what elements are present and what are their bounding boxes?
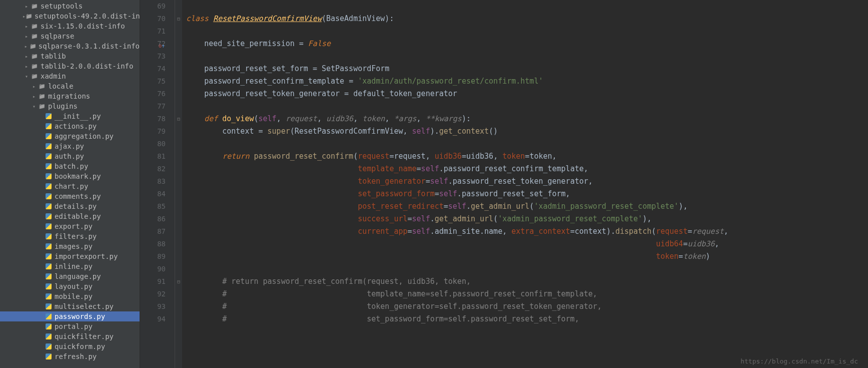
tree-file-export.py[interactable]: export.py (0, 221, 140, 231)
tree-folder-xadmin[interactable]: xadmin (0, 71, 140, 81)
tree-folder-setuptools-49.2.0.dist-info[interactable]: setuptools-49.2.0.dist-info (0, 11, 140, 21)
line-number[interactable]: 79 (140, 125, 166, 138)
code-line[interactable]: success_url=self.get_admin_url('xadmin_p… (186, 213, 868, 225)
line-number[interactable]: 70 (140, 13, 166, 25)
line-number[interactable]: 77 (140, 100, 166, 113)
fold-marker[interactable] (175, 313, 182, 325)
line-number[interactable]: 93 (140, 300, 166, 313)
code-line[interactable] (186, 25, 868, 38)
line-number[interactable]: 73 (140, 50, 166, 63)
fold-marker[interactable] (175, 225, 182, 238)
tree-file-importexport.py[interactable]: importexport.py (0, 251, 140, 261)
code-line[interactable] (186, 263, 868, 275)
code-line[interactable]: password_reset_set_form = SetPasswordFor… (186, 63, 868, 75)
fold-marker[interactable] (175, 138, 182, 150)
tree-file-ajax.py[interactable]: ajax.py (0, 141, 140, 151)
line-number[interactable]: 83 (140, 175, 166, 188)
line-number[interactable]: 75 (140, 75, 166, 88)
line-number[interactable]: 74 (140, 63, 166, 75)
fold-marker[interactable] (175, 250, 182, 263)
tree-file-auth.py[interactable]: auth.py (0, 151, 140, 161)
tree-file-aggregation.py[interactable]: aggregation.py (0, 131, 140, 141)
fold-marker[interactable]: ⊟ (175, 13, 182, 25)
project-tree-sidebar[interactable]: setuptoolssetuptools-49.2.0.dist-infosix… (0, 0, 140, 368)
fold-marker[interactable] (175, 288, 182, 300)
code-line[interactable]: # return password_reset_confirm(request,… (186, 275, 868, 288)
tree-folder-sqlparse[interactable]: sqlparse (0, 31, 140, 41)
code-line[interactable]: uidb64=uidb36, (186, 238, 868, 250)
tree-file-__init__.py[interactable]: __init__.py (0, 111, 140, 121)
line-number[interactable]: 80 (140, 138, 166, 150)
tree-file-images.py[interactable]: images.py (0, 241, 140, 251)
line-number[interactable]: 87 (140, 225, 166, 238)
fold-column[interactable]: ⊟⊟⊟ (175, 0, 182, 368)
code-line[interactable]: context = super(ResetPasswordComfirmView… (186, 125, 868, 138)
tree-arrow-icon[interactable] (23, 24, 31, 29)
fold-marker[interactable] (175, 75, 182, 88)
fold-marker[interactable]: ⊟ (175, 113, 182, 125)
tree-file-chart.py[interactable]: chart.py (0, 181, 140, 191)
code-area[interactable]: class ResetPasswordComfirmView(BaseAdmin… (182, 0, 868, 368)
fold-marker[interactable] (175, 213, 182, 225)
code-line[interactable] (186, 100, 868, 113)
tree-file-mobile.py[interactable]: mobile.py (0, 291, 140, 301)
fold-marker[interactable] (175, 38, 182, 50)
tree-folder-locale[interactable]: locale (0, 81, 140, 91)
tree-arrow-icon[interactable] (23, 74, 31, 79)
line-number[interactable]: 71 (140, 25, 166, 38)
tree-folder-tablib[interactable]: tablib (0, 51, 140, 61)
code-line[interactable]: # template_name=self.password_reset_conf… (186, 288, 868, 300)
tree-arrow-icon[interactable] (23, 44, 30, 49)
code-line[interactable] (186, 138, 868, 150)
code-line[interactable]: return password_reset_confirm(request=re… (186, 150, 868, 163)
code-line[interactable]: password_reset_token_generator = default… (186, 88, 868, 100)
tree-folder-six-1.15.0.dist-info[interactable]: six-1.15.0.dist-info (0, 21, 140, 31)
code-line[interactable]: password_reset_confirm_template = 'xadmi… (186, 75, 868, 88)
code-line[interactable]: # set_password_form=self.password_reset_… (186, 313, 868, 325)
line-number[interactable]: 94 (140, 313, 166, 325)
code-line[interactable] (186, 50, 868, 63)
tree-arrow-icon[interactable] (30, 94, 38, 99)
fold-marker[interactable] (175, 0, 182, 13)
tree-file-language.py[interactable]: language.py (0, 271, 140, 281)
tree-file-details.py[interactable]: details.py (0, 201, 140, 211)
line-number[interactable]: 82 (140, 163, 166, 175)
code-line[interactable]: class ResetPasswordComfirmView(BaseAdmin… (186, 13, 868, 25)
line-number[interactable]: 78 (140, 113, 166, 125)
line-number[interactable]: 84 (140, 188, 166, 200)
fold-marker[interactable] (175, 100, 182, 113)
tree-arrow-icon[interactable] (30, 84, 38, 89)
code-line[interactable]: # token_generator=self.password_reset_to… (186, 300, 868, 313)
fold-marker[interactable] (175, 300, 182, 313)
fold-marker[interactable] (175, 125, 182, 138)
tree-file-actions.py[interactable]: actions.py (0, 121, 140, 131)
tree-file-batch.py[interactable]: batch.py (0, 161, 140, 171)
tree-file-comments.py[interactable]: comments.py (0, 191, 140, 201)
line-number[interactable]: 85 (140, 200, 166, 213)
tree-file-layout.py[interactable]: layout.py (0, 281, 140, 291)
fold-marker[interactable] (175, 150, 182, 163)
tree-file-editable.py[interactable]: editable.py (0, 211, 140, 221)
code-line[interactable]: current_app=self.admin_site.name, extra_… (186, 225, 868, 238)
code-line[interactable] (186, 0, 868, 13)
code-line[interactable]: template_name=self.password_reset_confir… (186, 163, 868, 175)
tree-arrow-icon[interactable] (30, 104, 38, 109)
fold-marker[interactable] (175, 238, 182, 250)
line-number[interactable]: 76 (140, 88, 166, 100)
line-number[interactable]: 88 (140, 238, 166, 250)
tree-file-multiselect.py[interactable]: multiselect.py (0, 301, 140, 311)
line-number[interactable]: 69 (140, 0, 166, 13)
fold-marker[interactable] (175, 88, 182, 100)
fold-marker[interactable]: ⊟ (175, 275, 182, 288)
tree-folder-plugins[interactable]: plugins (0, 101, 140, 111)
fold-marker[interactable] (175, 50, 182, 63)
code-editor[interactable]: 69707172o↑737475767778798081828384858687… (140, 0, 868, 368)
line-number[interactable]: 72o↑ (140, 38, 166, 50)
tree-file-quickfilter.py[interactable]: quickfilter.py (0, 331, 140, 341)
line-number[interactable]: 91 (140, 275, 166, 288)
code-line[interactable]: post_reset_redirect=self.get_admin_url('… (186, 200, 868, 213)
line-number[interactable]: 81 (140, 150, 166, 163)
line-number[interactable]: 86 (140, 213, 166, 225)
tree-arrow-icon[interactable] (23, 64, 31, 69)
tree-file-passwords.py[interactable]: passwords.py (0, 311, 140, 321)
